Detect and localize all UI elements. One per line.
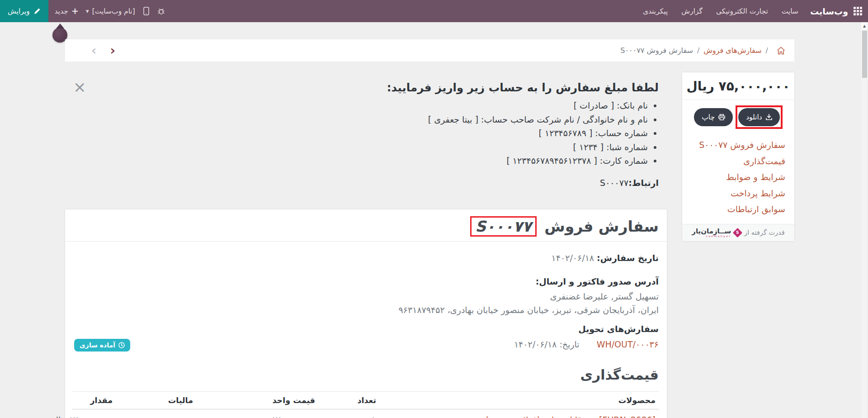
edit-button-label: ویرایش — [8, 7, 30, 15]
delivery-orders-label: سفارش‌های تحویل — [578, 324, 659, 334]
prev-record-icon[interactable]: ‹ — [110, 44, 116, 57]
apps-grid-icon[interactable] — [853, 6, 863, 16]
mobile-preview-icon[interactable] — [143, 7, 149, 15]
sidebar-link-pricing[interactable]: قیمت‌گذاری — [691, 153, 785, 170]
page-scrollbar[interactable]: ▲ — [861, 22, 868, 418]
download-button[interactable]: دانلود — [738, 108, 780, 126]
payment-detail-sheba: شماره شبا: [ ۱۲۳۴ ] — [65, 140, 648, 154]
col-quantity: تعداد — [319, 392, 380, 409]
pencil-icon — [34, 8, 41, 14]
download-icon — [766, 114, 772, 120]
sidebar-nav-links: سفارش فروش S۰۰۰۷۷ قیمت‌گذاری شرایط و ضوا… — [682, 133, 794, 224]
new-button[interactable]: + جدید — [55, 7, 79, 15]
sidebar-actions: دانلود چاپ — [682, 100, 794, 133]
payment-detail-bank: نام بانک: [ صادرات ] — [65, 99, 648, 113]
menu-ecommerce[interactable]: تجارت الکترونیکی — [716, 7, 768, 15]
communication-value: S۰۰۰۷۷ — [600, 178, 628, 188]
printer-icon — [718, 114, 725, 120]
sale-order-document: سفارش فروش S۰۰۰۷۷ تاریخ سفارش: ۱۴۰۲/۰۶/۱… — [65, 209, 667, 418]
chevron-down-icon: ▼ — [86, 9, 89, 14]
pricing-table: محصولات تعداد قیمت واحد مالیات مقدار [FU… — [72, 391, 659, 418]
breadcrumb-current: سفارش فروش S۰۰۰۷۷ — [620, 46, 693, 55]
payment-alert-title: لطفا مبلغ سفارش را به حساب زیر واریز فرم… — [65, 81, 659, 94]
sazmanyar-logo-icon[interactable]: S — [733, 228, 742, 237]
communication-label: ارتباط: — [628, 178, 659, 188]
address-line-1: تسهیل گستر, علیرضا غضنفری — [550, 291, 659, 301]
sazmanyar-wordmark-fa: ســازمان‌یار — [692, 228, 731, 235]
delivery-date-value: ۱۴۰۲/۰۶/۱۸ — [514, 339, 557, 349]
order-reference-annotated: S۰۰۰۷۷ — [470, 216, 536, 237]
pricing-table-header-row: محصولات تعداد قیمت واحد مالیات مقدار — [72, 392, 659, 409]
menu-configuration[interactable]: پیکربندی — [643, 7, 668, 15]
top-navbar: وب‌سایت سایت تجارت الکترونیکی گزارش پیکر… — [0, 0, 868, 22]
edit-button[interactable]: ویرایش — [0, 0, 48, 22]
col-products: محصولات — [380, 392, 659, 409]
record-pager: ‹ › — [74, 44, 115, 57]
website-selector-label: [نام وب‌سایت] — [92, 7, 135, 15]
breadcrumb-sales-orders[interactable]: سفارش‌های فروش — [703, 46, 761, 55]
scrollbar-thumb[interactable] — [862, 31, 867, 78]
clock-icon — [118, 342, 125, 348]
delivery-status-badge: آماده سازی — [74, 339, 130, 352]
delivery-order-line: WH/OUT/۰۰۰۳۶ تاریخ: ۱۴۰۲/۰۶/۱۸ — [514, 339, 659, 349]
cell-taxes — [116, 409, 197, 418]
delivery-date-label: تاریخ: — [559, 339, 579, 349]
order-total-amount: ۷۵,۰۰۰,۰۰۰ ریال — [682, 72, 794, 100]
sidebar-link-payment-terms[interactable]: شرایط پرداخت — [691, 185, 785, 202]
communication-line: ارتباط:S۰۰۰۷۷ — [65, 178, 659, 188]
cell-unit-price: ۷۵,۰۰۰,۰۰۰ — [197, 409, 319, 418]
download-button-label: دانلود — [746, 113, 762, 121]
close-icon[interactable]: × — [73, 79, 86, 95]
menu-site[interactable]: سایت — [782, 7, 798, 15]
next-record-icon[interactable]: › — [91, 44, 97, 57]
annotation-box-download: دانلود — [736, 105, 783, 129]
pricing-table-row: [FURN_8686] میز قابل تنظیم (فولادی, سفید… — [72, 409, 659, 418]
cell-quantity: ۱ عدد — [319, 409, 380, 418]
payment-detail-holder: نام و نام خانوادگی / نام شرکت صاحب حساب:… — [65, 113, 648, 127]
sazmanyar-wordmark[interactable]: ســازمان‌یار sazmanyar — [692, 228, 731, 238]
breadcrumb-separator: / — [766, 46, 768, 55]
col-amount: مقدار — [72, 392, 116, 409]
website-selector[interactable]: [نام وب‌سایت] ▼ — [86, 7, 135, 15]
invoice-shipping-address-label: آدرس صدور فاکتور و ارسال: — [536, 276, 659, 286]
print-button-label: چاپ — [702, 113, 715, 121]
cell-product: [FURN_8686] میز قابل تنظیم (فولادی, سفید… — [380, 409, 659, 418]
scroll-up-arrow[interactable]: ▲ — [861, 22, 868, 30]
powered-by-label: قدرت گرفته از — [744, 229, 784, 236]
pricing-section-title: قیمت‌گذاری — [580, 367, 659, 383]
order-date-line: تاریخ سفارش: ۱۴۰۲/۰۶/۱۸ — [552, 253, 659, 263]
breadcrumb-separator: / — [697, 46, 699, 55]
breadcrumb: / سفارش‌های فروش / سفارش فروش S۰۰۰۷۷ ‹ › — [65, 39, 794, 62]
payment-instructions-alert: × لطفا مبلغ سفارش را به حساب زیر واریز ف… — [65, 75, 659, 188]
title-divider — [65, 241, 667, 242]
sidebar-link-order[interactable]: سفارش فروش S۰۰۰۷۷ — [691, 137, 785, 153]
order-title: سفارش فروش S۰۰۰۷۷ — [470, 216, 659, 237]
order-sidebar: ۷۵,۰۰۰,۰۰۰ ریال دانلود چاپ — [682, 72, 794, 241]
print-button[interactable]: چاپ — [694, 108, 733, 126]
col-unit-price: قیمت واحد — [197, 392, 319, 409]
address-line-2: ایران، آذربایجان شرقی، تبریز، خیابان منص… — [399, 305, 659, 315]
payment-detail-card: شماره کارت: [ ۱۲۳۴۵۶۷۸۹۴۵۶۱۲۳۷۸ ] — [65, 154, 648, 168]
app-brand-website[interactable]: وب‌سایت — [810, 6, 848, 16]
delivery-order-link[interactable]: WH/OUT/۰۰۰۳۶ — [597, 339, 659, 349]
delivery-status-label: آماده سازی — [80, 342, 115, 349]
menu-report[interactable]: گزارش — [681, 7, 703, 15]
order-title-prefix: سفارش فروش — [544, 218, 659, 235]
sazmanyar-wordmark-latin: sazmanyar — [706, 235, 731, 238]
payment-detail-account: شماره حساب: [ ۱۲۳۴۵۶۷۸۹ ] — [65, 126, 648, 140]
payment-details-list: نام بانک: [ صادرات ] نام و نام خانوادگی … — [65, 99, 659, 168]
order-date-label: تاریخ سفارش: — [597, 253, 659, 263]
sidebar-link-communication-history[interactable]: سوابق ارتباطات — [691, 201, 785, 218]
new-button-label: جدید — [55, 7, 68, 15]
powered-by-footer: قدرت گرفته از S ســازمان‌یار sazmanyar — [682, 224, 794, 241]
col-taxes: مالیات — [116, 392, 197, 409]
sidebar-link-terms[interactable]: شرایط و ضوابط — [691, 169, 785, 185]
home-icon[interactable] — [777, 47, 785, 55]
bug-icon[interactable] — [157, 7, 165, 15]
delivery-date: تاریخ: ۱۴۰۲/۰۶/۱۸ — [514, 339, 580, 349]
cell-amount: ۷۵,۰۰۰,۰۰۰ ریال — [72, 409, 116, 418]
plus-icon: + — [71, 7, 79, 15]
order-reference: S۰۰۰۷۷ — [475, 218, 531, 235]
order-date-value: ۱۴۰۲/۰۶/۱۸ — [552, 253, 594, 263]
